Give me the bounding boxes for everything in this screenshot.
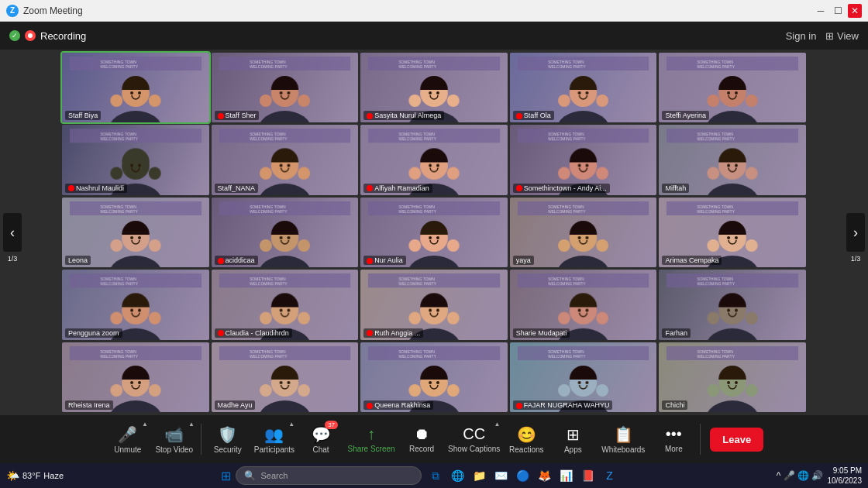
video-cell: Ruth Anggia ... bbox=[360, 270, 508, 339]
participant-name: Farhan bbox=[662, 328, 691, 338]
more-label: More bbox=[665, 445, 683, 453]
firefox-icon[interactable]: 🦊 bbox=[535, 466, 553, 485]
participant-name: Steffi Ayerina bbox=[662, 111, 709, 120]
whiteboards-button[interactable]: 📋 Whiteboards bbox=[596, 418, 650, 461]
participant-name: aciddicaa bbox=[215, 256, 258, 265]
sign-in-button[interactable]: Sign in bbox=[786, 30, 817, 42]
security-label: Security bbox=[214, 445, 242, 454]
clock[interactable]: 9:05 PM 10/6/2023 bbox=[828, 466, 863, 486]
show-hidden-icon[interactable]: ^ bbox=[777, 470, 781, 481]
connection-icon: ✓ bbox=[9, 30, 20, 41]
mic-icon: 🎤 bbox=[118, 425, 137, 444]
participant-name: Staff Ola bbox=[513, 111, 554, 120]
chat-badge: 37 bbox=[325, 421, 338, 429]
explorer-icon[interactable]: 📁 bbox=[470, 466, 488, 485]
start-button[interactable]: ⊞ bbox=[221, 469, 231, 483]
reactions-label: Reactions bbox=[509, 445, 543, 454]
security-button[interactable]: 🛡️ Security bbox=[205, 418, 251, 461]
zoom-taskbar-icon[interactable]: Z bbox=[600, 466, 618, 485]
video-cell: Farhan bbox=[659, 270, 806, 339]
close-button[interactable]: ✕ bbox=[848, 4, 862, 18]
participants-label: Participants bbox=[254, 445, 294, 454]
more-button[interactable]: ••• More bbox=[650, 418, 697, 461]
participant-name: Pengguna zoom bbox=[65, 328, 122, 338]
volume-icon[interactable]: 🔊 bbox=[811, 470, 823, 481]
view-button[interactable]: ⊞ View bbox=[825, 30, 859, 42]
video-cell: Madhe Ayu bbox=[212, 342, 359, 412]
more-icon: ••• bbox=[666, 425, 682, 443]
video-icon: 📹 bbox=[164, 425, 184, 444]
muted-icon bbox=[218, 113, 224, 119]
participant-name: Alfiyah Ramadian bbox=[363, 184, 432, 193]
edge-icon[interactable]: 🌐 bbox=[448, 466, 467, 485]
muted-icon bbox=[367, 258, 373, 264]
video-cell: Nur Aulia bbox=[360, 198, 508, 267]
mail-icon[interactable]: ✉️ bbox=[491, 466, 510, 485]
whiteboards-label: Whiteboards bbox=[601, 445, 645, 454]
page-indicator: 1/3 bbox=[8, 255, 18, 263]
participant-name: Sasyita Nurul Almega bbox=[363, 111, 444, 120]
time: 9:05 PM bbox=[828, 466, 863, 476]
zoom-header: ✓ Recording Sign in ⊞ View bbox=[0, 22, 868, 50]
captions-label: Show Captions bbox=[448, 445, 500, 453]
muted-icon bbox=[218, 330, 224, 336]
participant-name: Queena Rakhinsa bbox=[363, 400, 433, 410]
nav-left-button[interactable]: ‹ 1/3 bbox=[3, 213, 22, 252]
toolbar-divider-2 bbox=[700, 424, 701, 455]
nav-right-button[interactable]: › 1/3 bbox=[846, 213, 865, 252]
minimize-button[interactable]: ─ bbox=[814, 4, 828, 18]
system-icons: ^ 🎤 🌐 🔊 bbox=[777, 470, 823, 481]
video-cell: yaya bbox=[510, 198, 657, 267]
muted-icon bbox=[218, 258, 224, 264]
record-button[interactable]: ⏺ Record bbox=[398, 418, 445, 461]
taskbar-center: ⊞ 🔍 Search ⧉ 🌐 📁 ✉️ 🔵 🦊 📊 📕 Z bbox=[67, 466, 773, 485]
participant-name: Madhe Ayu bbox=[215, 400, 256, 410]
muted-icon bbox=[516, 185, 522, 191]
muted-icon bbox=[68, 185, 74, 191]
video-cell: Alfiyah Ramadian bbox=[360, 125, 508, 194]
unmute-button[interactable]: 🎤 Unmute ▲ bbox=[105, 418, 151, 461]
toolbar-divider-1 bbox=[201, 424, 202, 455]
participant-name: yaya bbox=[513, 256, 534, 265]
participant-name: Somethinctown - Andy Ai... bbox=[513, 184, 610, 193]
taskview-button[interactable]: ⧉ bbox=[426, 466, 445, 485]
window-controls[interactable]: ─ ☐ ✕ bbox=[814, 4, 862, 18]
video-cell: Nashrul Maulidi bbox=[62, 125, 209, 194]
video-cell: Sharie Mudapati bbox=[510, 270, 657, 339]
muted-icon bbox=[516, 403, 522, 409]
condition: Haze bbox=[43, 471, 64, 480]
video-cell: Somethinctown - Andy Ai... bbox=[510, 125, 657, 194]
participant-name: Staff Sher bbox=[215, 111, 260, 120]
video-cell: aciddicaa bbox=[212, 198, 359, 267]
stop-video-button[interactable]: 📹 Stop Video ▲ bbox=[151, 418, 198, 461]
apps-icon: ⊞ bbox=[567, 425, 580, 444]
security-icon: 🛡️ bbox=[218, 425, 237, 444]
app7-icon[interactable]: 📕 bbox=[578, 466, 597, 485]
participants-icon: 👥 bbox=[264, 425, 284, 444]
stop-video-label: Stop Video bbox=[155, 445, 193, 454]
share-screen-button[interactable]: ↑ Share Screen bbox=[344, 418, 398, 461]
network-icon[interactable]: 🌐 bbox=[797, 470, 809, 481]
mic-sys-icon[interactable]: 🎤 bbox=[784, 470, 795, 481]
video-cell: Queena Rakhinsa bbox=[360, 342, 508, 412]
video-cell: Sasyita Nurul Almega bbox=[360, 53, 508, 122]
leave-button[interactable]: Leave bbox=[710, 428, 763, 452]
participant-name: Staff_NANA bbox=[215, 184, 258, 193]
apps-button[interactable]: ⊞ Apps bbox=[549, 418, 596, 461]
taskbar-right: ^ 🎤 🌐 🔊 9:05 PM 10/6/2023 bbox=[777, 466, 862, 486]
chat-button[interactable]: 💬 Chat 37 bbox=[298, 418, 344, 461]
reactions-button[interactable]: 😊 Reactions bbox=[503, 418, 549, 461]
maximize-button[interactable]: ☐ bbox=[831, 4, 845, 18]
participant-name: Claudia - Claudihrdn bbox=[215, 328, 292, 338]
captions-icon: CC bbox=[463, 425, 485, 443]
captions-button[interactable]: CC Show Captions ▲ bbox=[445, 418, 503, 461]
participants-button[interactable]: 👥 Participants ▲ bbox=[251, 418, 298, 461]
chat-label: Chat bbox=[312, 445, 329, 454]
chrome-icon[interactable]: 🔵 bbox=[513, 466, 532, 485]
video-cell: Staff Ola bbox=[510, 53, 657, 122]
participant-name: Chichi bbox=[662, 400, 687, 410]
app6-icon[interactable]: 📊 bbox=[556, 466, 575, 485]
muted-icon bbox=[367, 330, 373, 336]
search-bar[interactable]: 🔍 Search bbox=[236, 466, 422, 485]
weather-icon: 🌤️ bbox=[6, 469, 19, 482]
